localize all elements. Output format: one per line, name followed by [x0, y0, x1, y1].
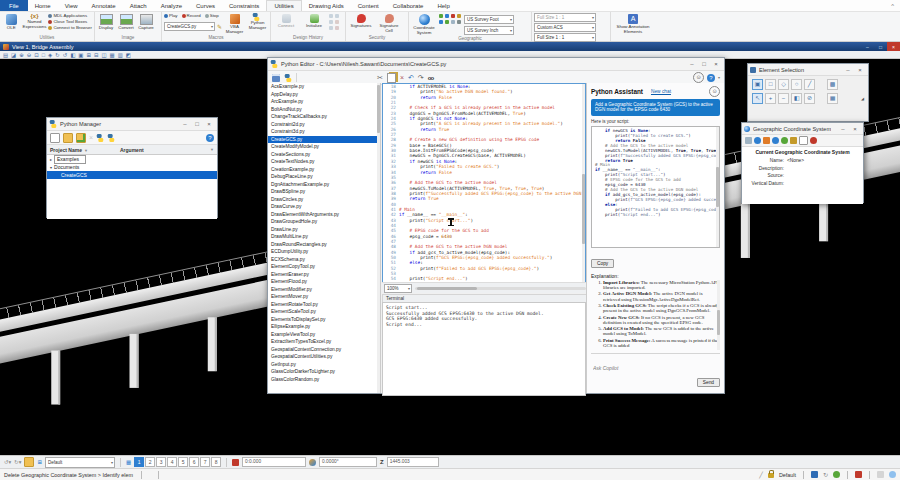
code-editor[interactable]: 18 if ACTIVEMODEL is None:19 print("No a…: [382, 83, 586, 284]
close-button[interactable]: ×: [854, 67, 866, 73]
save-icon[interactable]: [272, 74, 280, 82]
lock-icon[interactable]: [768, 473, 774, 478]
view-display-style-icon[interactable]: ▤: [3, 52, 8, 58]
add-selection-icon[interactable]: +: [765, 93, 776, 104]
display-button[interactable]: Display: [97, 13, 115, 31]
script-file-item[interactable]: ElementScaleTool.py: [268, 308, 380, 316]
file-tab[interactable]: File: [0, 0, 28, 11]
ole-button[interactable]: OLE: [2, 13, 21, 31]
script-file-item[interactable]: ElementModifier.py: [268, 286, 380, 294]
play-macro-button[interactable]: Play: [164, 13, 178, 18]
ribbon-tab[interactable]: Curves: [189, 0, 222, 11]
undo-view-icon[interactable]: ↺: [63, 52, 68, 58]
filter-icon[interactable]: ▼: [84, 148, 88, 153]
help-icon[interactable]: [707, 74, 715, 82]
script-file-item[interactable]: DrawCircles.py: [268, 196, 380, 204]
select-individual-icon[interactable]: ▣: [752, 79, 763, 90]
editor-scrollbar[interactable]: [582, 84, 585, 283]
script-file-item[interactable]: DgnAttachmentExample.py: [268, 181, 380, 189]
view-attributes-icon[interactable]: ⊞: [86, 52, 91, 58]
expand-corner-icon[interactable]: ◢: [861, 96, 864, 101]
subtract-selection-icon[interactable]: −: [778, 93, 789, 104]
toggle-views-icon[interactable]: ▦: [126, 459, 131, 465]
help-status-icon[interactable]: [889, 471, 896, 478]
acs-combobox[interactable]: Custom ACS: [534, 23, 596, 32]
convert-button[interactable]: Convert: [117, 13, 135, 31]
filter-icon[interactable]: ▼: [210, 147, 217, 152]
snap-mode-icon[interactable]: ╱: [759, 471, 763, 478]
assistant-code-block[interactable]: if newGCS is None: print("Failed to crea…: [591, 126, 720, 248]
script-file-item[interactable]: ElementFlood.py: [268, 278, 380, 286]
collapse-icon[interactable]: ▾: [50, 165, 52, 170]
close-button[interactable]: ×: [203, 121, 215, 127]
geo-tool-icon[interactable]: [451, 14, 455, 18]
active-level-label[interactable]: Default: [779, 472, 796, 478]
scale1-combobox[interactable]: Full Size 1 : 1: [534, 13, 596, 22]
undo-icon[interactable]: ↶: [408, 74, 414, 82]
angle-icon[interactable]: [309, 459, 316, 466]
script-file-item[interactable]: CreateSections.py: [268, 151, 380, 159]
select-by-attributes-icon[interactable]: ▩: [827, 79, 838, 90]
python-manager-button[interactable]: Python Manager: [247, 13, 268, 31]
column-argument[interactable]: Argument: [120, 147, 144, 153]
minimize-button[interactable]: –: [179, 121, 191, 127]
script-file-item[interactable]: CreateModifyModel.py: [268, 143, 380, 151]
saved-views-icon[interactable]: ▦: [110, 52, 115, 58]
script-file-item[interactable]: DrawLine.py: [268, 226, 380, 234]
script-file-item[interactable]: ECXSchema.py: [268, 256, 380, 264]
close-button[interactable]: ×: [710, 61, 722, 67]
script-file-item[interactable]: Constraint3d.py: [268, 128, 380, 136]
save-status-icon[interactable]: [811, 471, 818, 478]
export-gcs-icon[interactable]: [772, 137, 779, 144]
script-file-item[interactable]: DrawBSpline.py: [268, 188, 380, 196]
view-toggle-button[interactable]: 4: [167, 457, 177, 467]
script-file-item[interactable]: GeospatialContextUtilities.py: [268, 353, 380, 361]
script-file-item[interactable]: ElementRotateTool.py: [268, 301, 380, 309]
redo-icon[interactable]: ↷: [418, 74, 424, 82]
script-file-item[interactable]: ElementEraser.py: [268, 271, 380, 279]
zoom-in-icon[interactable]: ⊕: [19, 52, 24, 58]
select-line-icon[interactable]: ╱: [804, 79, 815, 90]
reproject-icon[interactable]: [781, 137, 788, 144]
ribbon-tab[interactable]: View: [58, 0, 85, 11]
tree-node-documents[interactable]: ▾Documents: [47, 163, 217, 171]
edit-macro-icon[interactable]: [217, 23, 222, 30]
ribbon-collapse-icon[interactable]: ^: [885, 0, 900, 11]
assistant-code-scrollbar[interactable]: [716, 127, 719, 247]
coordinate-field[interactable]: 0:0.000: [242, 457, 306, 467]
remove-gcs-icon[interactable]: [810, 137, 817, 144]
unit1-combobox[interactable]: US Survey Foot: [464, 15, 514, 24]
script-file-item[interactable]: DrawGroupedHole.py: [268, 218, 380, 226]
history-tool-icon[interactable]: [329, 20, 333, 24]
view-titlebar[interactable]: View 1, Bridge Assembly – □ ×: [0, 42, 900, 51]
find-icon[interactable]: oo: [428, 75, 433, 81]
select-all-icon[interactable]: ▦: [827, 93, 838, 104]
accusnap-icon[interactable]: [232, 459, 239, 466]
select-gcs-icon[interactable]: [745, 137, 752, 144]
script-file-item[interactable]: CreateTextNodes.py: [268, 158, 380, 166]
ribbon-tab[interactable]: Collaborate: [386, 0, 431, 11]
ribbon-tab[interactable]: Analyze: [154, 0, 189, 11]
presentation-icon[interactable]: ◪: [11, 52, 16, 58]
script-file-item[interactable]: CreateGCS.py: [268, 136, 380, 144]
send-button[interactable]: Send: [697, 378, 720, 387]
column-project-name[interactable]: Project Name▼: [47, 147, 120, 153]
view-toggle-button[interactable]: 1: [134, 457, 144, 467]
minimize-button[interactable]: –: [837, 126, 849, 132]
geo-tool-icon[interactable]: [451, 20, 455, 24]
element-selection-titlebar[interactable]: Element Selection – ×: [748, 64, 868, 76]
python-run-icon[interactable]: [284, 74, 292, 82]
script-file-item[interactable]: ChangeTrackCallbacks.py: [268, 113, 380, 121]
signature-cell-button[interactable]: Signature Cell: [376, 13, 402, 34]
ribbon-tab[interactable]: Content: [351, 0, 386, 11]
minimize-button[interactable]: –: [842, 67, 854, 73]
gear-icon[interactable]: ⊙: [709, 86, 720, 97]
script-file-item[interactable]: GeospatialContextConnection.py: [268, 346, 380, 354]
record-macro-button[interactable]: Record: [182, 13, 201, 18]
script-file-item[interactable]: ArcExample.py: [268, 98, 380, 106]
maximize-button[interactable]: □: [191, 121, 203, 127]
script-file-item[interactable]: ExtractItemTypesToExcel.py: [268, 338, 380, 346]
python-debug-icon[interactable]: [107, 134, 115, 142]
help-icon[interactable]: [206, 134, 214, 142]
select-pointer-icon[interactable]: ↖: [752, 93, 763, 104]
